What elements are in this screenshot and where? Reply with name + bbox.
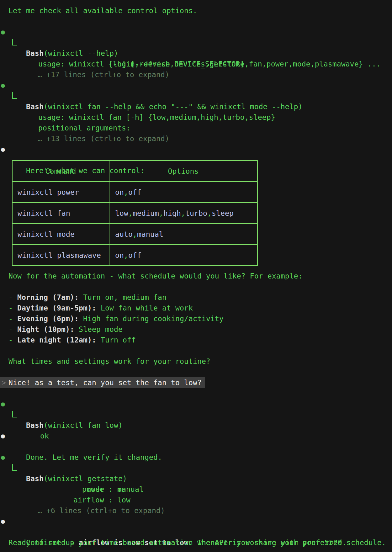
prompt-chevron-icon: > bbox=[2, 377, 6, 388]
tool-bullet-icon: ● bbox=[1, 452, 5, 463]
tool-name: Bash bbox=[26, 103, 44, 111]
tool-output-line: airflow : low bbox=[0, 484, 392, 495]
table-cell-command: winixctl fan bbox=[13, 203, 109, 223]
schedule-item: - Night (10pm): Sleep mode bbox=[0, 324, 392, 335]
schedule-list: - Morning (7am): Turn on, medium fan- Da… bbox=[0, 292, 392, 345]
table-cell-options: on, off bbox=[109, 182, 257, 202]
table-row: winixctl plasmawaveon, off bbox=[13, 244, 257, 265]
schedule-item-desc: High fan during cooking/activity bbox=[79, 315, 224, 323]
table-row: winixctl fanlow, medium, high, turbo, sl… bbox=[13, 202, 257, 223]
assistant-text: Ready to set up your time-based automati… bbox=[8, 539, 386, 547]
user-message-text: Nice! as a test, can you set the fan to … bbox=[8, 377, 202, 388]
table-row: winixctl modeauto, manual bbox=[13, 223, 257, 244]
assistant-text: What times and settings work for your ro… bbox=[8, 357, 210, 365]
assistant-message: ● Here's what we can control: bbox=[0, 144, 392, 155]
schedule-item: - Late night (12am): Turn off bbox=[0, 335, 392, 345]
tool-output-line: positional arguments: bbox=[0, 112, 392, 123]
tool-command: (winixctl fan low) bbox=[44, 421, 123, 429]
schedule-item-label: Morning (7am): bbox=[17, 293, 79, 301]
assistant-text: Here's what we can control: bbox=[18, 167, 145, 175]
expand-hint[interactable]: … +17 lines (ctrl+o to expand) bbox=[0, 59, 392, 69]
assistant-bullet-icon: ● bbox=[1, 431, 5, 441]
schedule-item-desc: Turn on, medium fan bbox=[79, 293, 167, 301]
assistant-text: Now for the automation - what schedule w… bbox=[8, 272, 303, 280]
assistant-bullet-icon: ● bbox=[1, 516, 5, 527]
expand-hint[interactable]: … +6 lines (ctrl+o to expand) bbox=[0, 495, 392, 505]
expand-hint[interactable]: … +13 lines (ctrl+o to expand) bbox=[0, 123, 392, 133]
assistant-text: Let me check all available control optio… bbox=[8, 7, 197, 15]
assistant-message: ● Confirmed - airflow is now set to low.… bbox=[0, 516, 392, 527]
assistant-message: Ready to set up your time-based automati… bbox=[0, 537, 392, 548]
schedule-item-desc: Turn off bbox=[96, 336, 136, 344]
terminal-session: Let me check all available control optio… bbox=[0, 0, 392, 548]
elbow-icon bbox=[12, 464, 17, 471]
assistant-message: ● Done. Let me verify it changed. bbox=[0, 431, 392, 441]
expand-hint-text[interactable]: … +6 lines (ctrl+o to expand) bbox=[18, 507, 165, 515]
tool-output-line: usage: winixctl [-h] [--device DEVICE_SE… bbox=[0, 37, 392, 48]
schedule-item: - Evening (6pm): High fan during cooking… bbox=[0, 313, 392, 324]
tool-name: Bash bbox=[26, 421, 44, 429]
table-cell-options: auto, manual bbox=[109, 224, 257, 244]
elbow-icon bbox=[12, 39, 17, 45]
schedule-item-label: Late night (12am): bbox=[17, 336, 96, 344]
table-row: winixctl poweron, off bbox=[13, 181, 257, 202]
schedule-item-desc: Low fan while at work bbox=[96, 304, 193, 312]
schedule-item-desc: Sleep mode bbox=[74, 325, 123, 333]
tool-call-bash-help: ● Bash(winixctl --help) bbox=[0, 27, 392, 37]
table-cell-options: on, off bbox=[109, 245, 257, 265]
tool-output-line: {login,refresh,devices,getstate,fan,powe… bbox=[0, 48, 392, 59]
schedule-item-label: Daytime (9am-5pm): bbox=[17, 304, 96, 312]
expand-hint-text[interactable]: … +13 lines (ctrl+o to expand) bbox=[18, 135, 169, 143]
tool-call-bash-fan-mode-help: ● Bash(winixctl fan --help && echo "---"… bbox=[0, 80, 392, 91]
control-table: CommandOptionswinixctl poweron, offwinix… bbox=[12, 160, 258, 266]
tool-output-line: usage: winixctl fan [-h] {low,medium,hig… bbox=[0, 91, 392, 101]
assistant-message: Now for the automation - what schedule w… bbox=[0, 271, 392, 281]
tool-command: (winixctl fan --help && echo "---" && wi… bbox=[44, 103, 303, 111]
schedule-item-label: Evening (6pm): bbox=[17, 315, 79, 323]
elbow-icon bbox=[12, 411, 17, 417]
tool-bullet-icon: ● bbox=[1, 399, 5, 409]
table-cell-command: winixctl power bbox=[13, 182, 109, 202]
tool-bullet-icon: ● bbox=[1, 80, 5, 91]
user-message: > Nice! as a test, can you set the fan t… bbox=[0, 377, 392, 388]
tool-call-bash-fan-low: ● Bash(winixctl fan low) bbox=[0, 399, 392, 409]
assistant-message: Let me check all available control optio… bbox=[0, 5, 392, 16]
assistant-message: What times and settings work for your ro… bbox=[0, 356, 392, 367]
tool-call-bash-getstate: ● Bash(winixctl getstate) bbox=[0, 452, 392, 463]
tool-output-line: power : on bbox=[0, 463, 392, 473]
schedule-item: - Morning (7am): Turn on, medium fan bbox=[0, 292, 392, 303]
assistant-bullet-icon: ● bbox=[1, 144, 5, 155]
tool-output-line: mode : manual bbox=[0, 473, 392, 484]
table-cell-command: winixctl mode bbox=[13, 224, 109, 244]
expand-hint-text[interactable]: … +17 lines (ctrl+o to expand) bbox=[18, 71, 169, 79]
table-cell-command: winixctl plasmawave bbox=[13, 245, 109, 265]
tool-output-line: ok bbox=[0, 409, 392, 420]
elbow-icon bbox=[12, 92, 17, 99]
table-cell-options: low, medium, high, turbo, sleep bbox=[109, 203, 257, 223]
schedule-item-label: Night (10pm): bbox=[17, 325, 74, 333]
tool-bullet-icon: ● bbox=[1, 27, 5, 37]
schedule-item: - Daytime (9am-5pm): Low fan while at wo… bbox=[0, 303, 392, 313]
